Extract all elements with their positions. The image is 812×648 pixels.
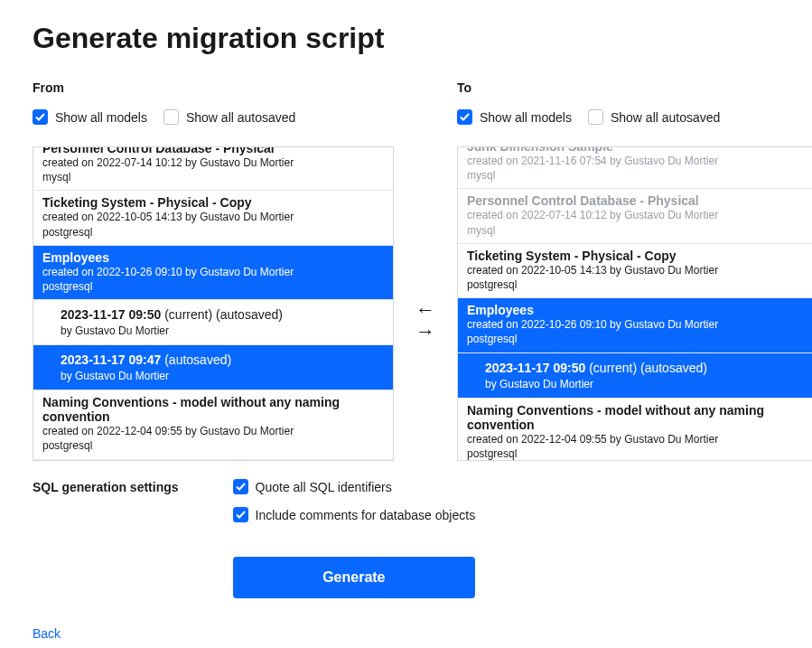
checkbox-label: Show all models <box>480 110 572 125</box>
list-item-db: mysql <box>467 223 808 238</box>
checkbox-icon <box>33 109 48 125</box>
list-item[interactable]: Employeescreated on 2022-10-26 09:10 by … <box>33 246 393 300</box>
list-item[interactable]: Personnel Control Database - Physicalcre… <box>458 189 812 243</box>
list-item-title: Ticketing System - Physical - Copy <box>42 195 384 210</box>
back-link[interactable]: Back <box>33 626 61 641</box>
list-item-meta: created on 2021-11-16 07:54 by Gustavo D… <box>467 154 808 168</box>
checkbox-label: Include comments for database objects <box>256 508 476 522</box>
list-item[interactable]: Personnel Control Database - Physicalcre… <box>33 146 393 191</box>
list-subitem[interactable]: 2023-11-17 09:50 (current) (autosaved)by… <box>33 300 393 345</box>
list-subitem-title: 2023-11-17 09:50 (current) (autosaved) <box>485 361 808 375</box>
list-item[interactable]: Naming Conventions - model without any n… <box>33 390 393 459</box>
checkbox-icon <box>233 479 248 494</box>
checkbox-icon <box>457 109 472 125</box>
list-subitem[interactable]: 2023-11-17 09:50 (current) (autosaved)by… <box>458 353 812 399</box>
list-item-title: Naming Conventions - model without any n… <box>467 403 808 432</box>
list-item-db: postgresql <box>467 446 808 461</box>
checkbox-icon <box>163 109 179 125</box>
list-item-db: mysql <box>467 168 808 183</box>
list-subitem-title: 2023-11-17 09:47 (autosaved) <box>61 352 384 367</box>
list-item-title: Ticketing System - Physical - Copy <box>467 249 808 263</box>
include-comments-checkbox[interactable]: Include comments for database objects <box>233 507 476 522</box>
list-item-title: Personnel Control Database - Physical <box>467 193 808 208</box>
from-show-all-autosaved-checkbox[interactable]: Show all autosaved <box>163 109 295 125</box>
list-subitem-title: 2023-11-17 09:50 (current) (autosaved) <box>61 307 384 322</box>
quote-identifiers-checkbox[interactable]: Quote all SQL identifiers <box>233 479 476 494</box>
checkbox-label: Show all autosaved <box>186 110 295 125</box>
checkbox-icon <box>233 507 248 522</box>
checkbox-label: Show all autosaved <box>611 110 720 125</box>
list-item-title: Naming Conventions - model without any n… <box>42 395 384 424</box>
page-title: Generate migration script <box>33 22 779 55</box>
list-item[interactable]: Naming Conventions - model without any n… <box>458 399 812 462</box>
list-item-db: postgresql <box>467 332 808 346</box>
from-show-all-models-checkbox[interactable]: Show all models <box>33 109 147 125</box>
swap-arrows-icon: ← → <box>415 300 435 342</box>
to-label: To <box>457 80 812 95</box>
list-item-db: postgresql <box>42 225 384 239</box>
list-item-title: Employees <box>42 250 384 265</box>
from-model-list[interactable]: Personnel Control Database - Physicalcre… <box>33 146 394 461</box>
list-item[interactable]: Employeescreated on 2022-10-26 09:10 by … <box>458 298 812 352</box>
checkbox-label: Quote all SQL identifiers <box>256 480 392 494</box>
from-label: From <box>33 80 394 95</box>
list-item-db: postgresql <box>42 279 384 294</box>
list-item-meta: created on 2022-10-05 14:13 by Gustavo D… <box>467 263 808 277</box>
list-item-meta: created on 2022-12-04 09:55 by Gustavo D… <box>467 432 808 446</box>
to-show-all-autosaved-checkbox[interactable]: Show all autosaved <box>588 109 720 125</box>
list-item-meta: created on 2022-10-05 14:13 by Gustavo D… <box>42 210 384 224</box>
list-item-title: Junk Dimension Sample <box>467 146 808 154</box>
list-item-db: postgresql <box>42 438 384 453</box>
to-column: To Show all models Show all autosaved Ju… <box>457 80 812 461</box>
list-subitem[interactable]: 2023-11-17 09:47 (autosaved)by Gustavo D… <box>33 345 393 390</box>
to-show-all-models-checkbox[interactable]: Show all models <box>457 109 572 125</box>
checkbox-icon <box>588 109 603 125</box>
list-item-meta: created on 2022-12-04 09:55 by Gustavo D… <box>42 424 384 438</box>
list-item-title: Personnel Control Database - Physical <box>42 146 384 155</box>
list-item-title: Employees <box>467 303 808 317</box>
list-item-meta: created on 2022-07-14 10:12 by Gustavo D… <box>42 155 384 170</box>
to-model-list[interactable]: Junk Dimension Samplecreated on 2021-11-… <box>457 146 812 461</box>
list-item-meta: created on 2022-10-26 09:10 by Gustavo D… <box>42 265 384 279</box>
list-item[interactable]: Ticketing System - Physical - Copycreate… <box>458 244 812 298</box>
list-item-meta: created on 2022-07-14 10:12 by Gustavo D… <box>467 208 808 222</box>
list-item[interactable]: Ticketing System - Physical - Copycreate… <box>33 191 393 245</box>
list-subitem-by: by Gustavo Du Mortier <box>61 324 384 337</box>
from-column: From Show all models Show all autosaved … <box>33 80 394 461</box>
checkbox-label: Show all models <box>55 110 147 125</box>
list-item[interactable]: Junk Dimension Samplecreated on 2021-11-… <box>458 146 812 189</box>
sql-settings-label: SQL generation settings <box>33 479 179 598</box>
generate-button[interactable]: Generate <box>233 557 476 598</box>
list-subitem-by: by Gustavo Du Mortier <box>485 378 808 390</box>
list-item-db: postgresql <box>467 277 808 292</box>
list-item-db: mysql <box>42 170 384 184</box>
list-item-meta: created on 2022-10-26 09:10 by Gustavo D… <box>467 317 808 332</box>
list-subitem-by: by Gustavo Du Mortier <box>61 370 384 382</box>
